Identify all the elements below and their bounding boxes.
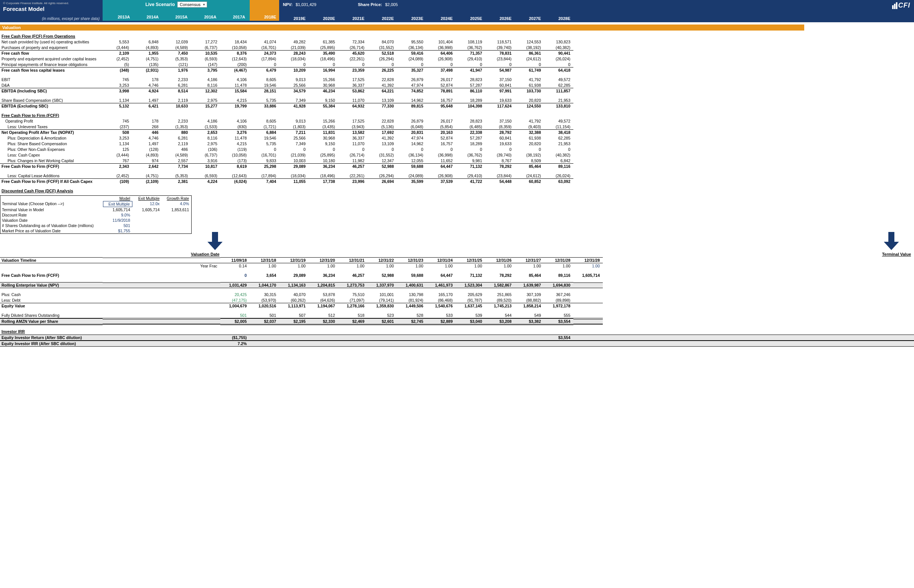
data-cell: 84,070 [367, 39, 397, 45]
data-cell: (39,740) [485, 152, 515, 158]
data-cell: 19,633 [485, 98, 515, 103]
dcf-row-label: Discount Rate [0, 212, 103, 218]
data-cell: 6,281 [161, 136, 191, 141]
data-cell: 61,938 [515, 82, 544, 88]
data-cell: 22,338 [456, 130, 485, 136]
data-cell: 59,688 [397, 273, 426, 278]
data-cell: (16,701) [250, 152, 279, 158]
timeline-date: 12/31/22 [367, 257, 397, 263]
data-cell: 1,461,973 [426, 282, 456, 288]
data-cell: 0 [426, 147, 456, 152]
data-cell: (91,787) [456, 297, 485, 303]
data-cell: 71,357 [456, 50, 485, 56]
data-cell: 41,074 [250, 39, 279, 45]
data-cell: 307,109 [515, 292, 544, 297]
data-cell: 1,004,679 [220, 303, 250, 309]
data-cell: (16,701) [250, 45, 279, 50]
row-label: Free cash flow less capital leases [0, 68, 103, 73]
data-cell: 0 [220, 273, 250, 278]
data-cell: 20,820 [515, 141, 544, 147]
data-cell: 37,150 [485, 77, 515, 82]
data-cell: 165,170 [426, 292, 456, 297]
data-cell: 13,582 [338, 130, 367, 136]
dcf-cell [132, 212, 162, 218]
data-cell: 8,116 [191, 82, 220, 88]
data-cell: 35,599 [397, 179, 426, 184]
year-frac-value: 1.00 [308, 263, 338, 269]
data-cell: 17,738 [308, 179, 338, 184]
data-cell: (12,643) [220, 56, 250, 62]
data-cell: (26,908) [426, 173, 456, 179]
data-cell: (81,924) [397, 297, 426, 303]
data-cell: (17,894) [250, 56, 279, 62]
dcf-row-label: Terminal Value (Choose Option -->) [0, 201, 103, 207]
year-frac-value: 0.14 [220, 263, 250, 269]
data-cell: $2,469 [338, 318, 367, 325]
data-cell: 63,092 [544, 179, 573, 184]
timeline-date: 12/31/26 [485, 257, 515, 263]
data-cell: (71,097) [338, 297, 367, 303]
data-cell: 1,031,429 [220, 282, 250, 288]
dcf-cell: 501 [103, 223, 132, 228]
data-cell: (79,141) [367, 297, 397, 303]
data-cell: $2,195 [279, 318, 308, 325]
data-cell: 5,132 [103, 103, 132, 109]
data-cell [367, 341, 397, 346]
investor-irr-heading: Investor IRR [0, 329, 103, 334]
data-cell: 11,652 [426, 158, 456, 164]
scenario-dropdown[interactable]: Consensus [177, 2, 207, 8]
data-cell: 53,862 [338, 88, 367, 94]
data-cell: (22,261) [338, 56, 367, 62]
data-cell: 18,289 [456, 98, 485, 103]
data-cell [573, 335, 603, 340]
data-cell: $3,554 [544, 318, 573, 325]
data-cell: 1,134 [103, 141, 132, 147]
data-cell: 7,349 [279, 141, 308, 147]
data-cell: (26,024) [544, 173, 573, 179]
data-cell: 2,653 [191, 130, 220, 136]
data-cell: 3,916 [191, 158, 220, 164]
data-cell: 52,874 [426, 136, 456, 141]
data-cell: 9,150 [308, 141, 338, 147]
data-cell: 0 [397, 147, 426, 152]
data-cell: 85,464 [515, 164, 544, 170]
data-cell: 7.2% [220, 341, 250, 346]
data-cell: 41,392 [367, 82, 397, 88]
data-cell: 52,988 [367, 164, 397, 170]
data-cell: 46,234 [308, 88, 338, 94]
data-cell: 19,546 [250, 136, 279, 141]
row-label: Principal repayments of finance lease ob… [0, 62, 103, 68]
data-cell: (38,192) [515, 152, 544, 158]
data-cell: 251,865 [485, 292, 515, 297]
model-subtitle: (in millions, except per share data) [42, 16, 100, 21]
data-cell [485, 335, 515, 340]
data-cell: 41,792 [515, 118, 544, 124]
data-cell: 77,330 [367, 103, 397, 109]
data-cell: 101,001 [367, 292, 397, 297]
data-cell: 2,557 [161, 158, 191, 164]
data-cell [308, 335, 338, 340]
data-cell: 8,619 [220, 164, 250, 170]
year-frac-value: 1.00 [544, 263, 573, 269]
data-cell: 523 [367, 313, 397, 318]
data-cell: 1,637,145 [456, 303, 485, 309]
data-cell: 95,648 [426, 103, 456, 109]
data-cell: (5) [103, 62, 132, 68]
data-cell: 268 [132, 124, 161, 130]
year-frac-value: 1.00 [573, 263, 603, 269]
data-cell: (1,721) [250, 124, 279, 130]
dcf-cell: $1,755 [103, 228, 132, 233]
investor-row-label: Equity Investor IRR (After SBC dilution) [0, 341, 103, 346]
data-cell: (10,058) [220, 152, 250, 158]
data-cell: (5,136) [367, 124, 397, 130]
data-cell: 0 [456, 147, 485, 152]
data-cell: 2,642 [132, 164, 161, 170]
data-cell: 37,498 [426, 68, 456, 73]
terminal-value-option-select[interactable]: Exit Multiple [103, 201, 132, 207]
data-cell: (18,496) [308, 56, 338, 62]
data-cell: (89,520) [485, 297, 515, 303]
data-cell: 40,070 [279, 292, 308, 297]
data-cell: 8,767 [485, 158, 515, 164]
data-cell: 446 [132, 130, 161, 136]
data-cell: 35,327 [397, 68, 426, 73]
